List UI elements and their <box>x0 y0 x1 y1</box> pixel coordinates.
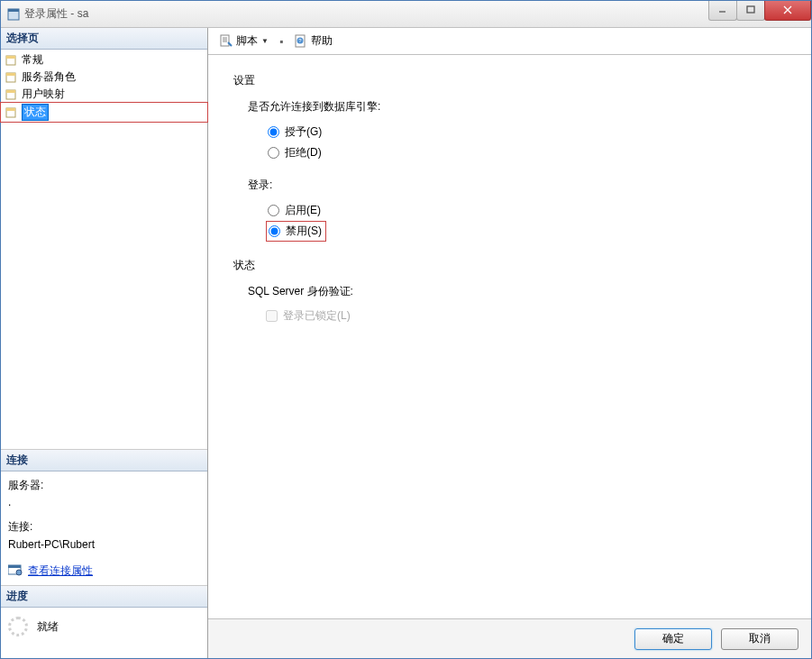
radio-enable-label: 启用(E) <box>285 203 321 218</box>
help-label: 帮助 <box>311 33 333 49</box>
script-label: 脚本 <box>236 33 258 49</box>
radio-grant-label: 授予(G) <box>285 124 322 140</box>
properties-icon <box>8 563 24 578</box>
minimize-button[interactable] <box>708 1 737 21</box>
window-controls <box>709 1 811 21</box>
login-header: 登录: <box>248 178 789 193</box>
page-icon <box>5 87 19 102</box>
locked-label: 登录已锁定(L) <box>283 308 351 324</box>
svg-rect-10 <box>6 108 15 111</box>
maximize-button[interactable] <box>736 1 765 21</box>
connection-header: 连接 <box>1 450 207 471</box>
server-value: . <box>8 494 200 511</box>
server-label: 服务器: <box>8 477 200 494</box>
radio-disable[interactable]: 禁用(S) <box>266 221 326 242</box>
nav-label: 常规 <box>22 52 43 68</box>
page-icon <box>5 105 19 120</box>
radio-enable-input[interactable] <box>268 205 279 216</box>
titlebar: 登录属性 - sa <box>1 1 811 28</box>
status-header: 状态 <box>233 258 789 273</box>
spinner-icon <box>8 617 28 636</box>
sql-auth-label: SQL Server 身份验证: <box>248 284 789 299</box>
ok-button[interactable]: 确定 <box>634 628 712 650</box>
radio-enable[interactable]: 启用(E) <box>266 200 789 221</box>
content-area: 设置 是否允许连接到数据库引擎: 授予(G) 拒绝(D) 登录: <box>208 55 811 618</box>
app-icon <box>6 7 21 22</box>
permission-question: 是否允许连接到数据库引擎: <box>248 99 789 114</box>
svg-rect-4 <box>6 56 15 59</box>
script-icon <box>219 34 233 49</box>
nav-item-general[interactable]: 常规 <box>1 51 207 69</box>
help-icon: ? <box>294 34 308 49</box>
left-sidebar: 选择页 常规 服务器角色 用户映射 状态 <box>1 28 208 658</box>
nav-item-user-mapping[interactable]: 用户映射 <box>1 86 207 103</box>
window-title: 登录属性 - sa <box>24 6 709 22</box>
radio-grant-input[interactable] <box>268 126 279 138</box>
script-button[interactable]: 脚本 ▼ <box>215 32 272 50</box>
svg-rect-1 <box>8 9 19 12</box>
progress-header: 进度 <box>1 586 207 608</box>
close-button[interactable] <box>764 1 811 21</box>
connection-body: 服务器: . 连接: Rubert-PC\Rubert 查看连接属性 <box>1 471 207 585</box>
nav-item-status[interactable]: 状态 <box>1 103 207 122</box>
locked-checkbox <box>266 310 278 322</box>
nav-label: 服务器角色 <box>22 69 76 85</box>
svg-rect-12 <box>8 565 21 568</box>
radio-grant[interactable]: 授予(G) <box>266 122 789 142</box>
svg-rect-2 <box>747 6 754 13</box>
svg-rect-6 <box>6 73 15 76</box>
progress-status: 就绪 <box>37 619 59 635</box>
dialog-footer: 确定 取消 <box>208 618 811 658</box>
view-connection-properties-link[interactable]: 查看连接属性 <box>28 563 93 580</box>
page-icon <box>5 53 19 68</box>
settings-header: 设置 <box>233 73 789 88</box>
radio-disable-input[interactable] <box>269 225 280 237</box>
select-page-header: 选择页 <box>1 28 207 50</box>
svg-point-13 <box>16 570 22 575</box>
nav-list: 常规 服务器角色 用户映射 状态 <box>1 50 207 449</box>
toolbar-separator: ▪ <box>279 35 283 48</box>
radio-disable-label: 禁用(S) <box>286 224 322 239</box>
radio-deny-input[interactable] <box>268 147 279 159</box>
dropdown-arrow-icon: ▼ <box>261 37 269 45</box>
nav-label: 状态 <box>22 104 49 121</box>
dialog-window: 登录属性 - sa 选择页 常规 服务器角色 <box>0 0 812 659</box>
cancel-button[interactable]: 取消 <box>721 628 798 650</box>
conn-label: 连接: <box>8 518 200 535</box>
radio-deny-label: 拒绝(D) <box>285 145 322 160</box>
permission-radio-group: 授予(G) 拒绝(D) <box>266 122 789 163</box>
svg-rect-8 <box>6 90 15 93</box>
toolbar: 脚本 ▼ ▪ ? 帮助 <box>208 28 811 55</box>
page-icon <box>5 70 19 85</box>
svg-rect-14 <box>221 35 229 46</box>
radio-deny[interactable]: 拒绝(D) <box>266 142 789 163</box>
help-button[interactable]: ? 帮助 <box>290 32 336 50</box>
locked-checkbox-row: 登录已锁定(L) <box>266 308 789 324</box>
nav-label: 用户映射 <box>22 87 65 102</box>
nav-item-server-roles[interactable]: 服务器角色 <box>1 69 207 86</box>
right-panel: 脚本 ▼ ▪ ? 帮助 设置 是否允许连接到数据库引擎: 授予(G) <box>208 28 811 658</box>
login-radio-group: 启用(E) 禁用(S) <box>266 200 789 242</box>
conn-value: Rubert-PC\Rubert <box>8 536 200 554</box>
